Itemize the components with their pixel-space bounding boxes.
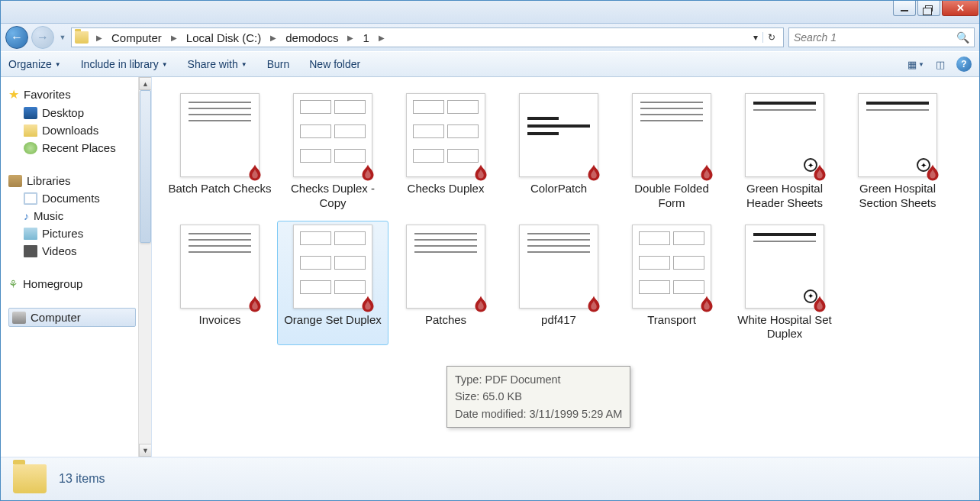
organize-menu[interactable]: Organize▼ xyxy=(8,58,61,70)
pdf-badge-icon xyxy=(811,163,829,182)
star-icon: ★ xyxy=(8,87,19,102)
breadcrumb-item[interactable]: Local Disk (C:) xyxy=(182,30,266,46)
chevron-right-icon[interactable]: ▶ xyxy=(168,34,180,42)
file-name-label: Orange Set Duplex xyxy=(284,313,382,328)
file-name-label: Green Hospital Header Sheets xyxy=(733,182,837,211)
address-bar-row: ← → ▼ ▶ Computer ▶ Local Disk (C:) ▶ dem… xyxy=(1,24,979,51)
nav-scrollbar[interactable]: ▲ ▼ xyxy=(138,77,151,457)
chevron-right-icon[interactable]: ▶ xyxy=(376,34,388,42)
nav-item-videos[interactable]: Videos xyxy=(8,242,151,260)
nav-item-desktop[interactable]: Desktop xyxy=(8,104,151,121)
chevron-right-icon[interactable]: ▶ xyxy=(267,34,279,42)
file-item[interactable]: Checks Duplex xyxy=(390,89,501,215)
pdf-badge-icon xyxy=(472,295,490,313)
file-item[interactable]: ColorPatch xyxy=(503,89,614,215)
pdf-badge-icon xyxy=(924,163,942,182)
command-bar: Organize▼ Include in library▼ Share with… xyxy=(1,51,979,77)
libraries-header[interactable]: Libraries xyxy=(8,172,151,189)
breadcrumb: ▶ Computer ▶ Local Disk (C:) ▶ demodocs … xyxy=(93,30,388,46)
file-name-label: ColorPatch xyxy=(530,182,587,196)
pdf-badge-icon xyxy=(472,163,490,182)
chevron-right-icon[interactable]: ▶ xyxy=(344,34,356,42)
file-item[interactable]: ✦White Hospital Set Duplex xyxy=(729,221,840,346)
file-name-label: White Hospital Set Duplex xyxy=(733,313,837,342)
burn-button[interactable]: Burn xyxy=(267,58,290,70)
file-name-label: Double Folded Form xyxy=(620,182,724,211)
file-item[interactable]: ✦Green Hospital Section Sheets xyxy=(842,89,953,215)
share-with-menu[interactable]: Share with▼ xyxy=(188,58,247,70)
nav-item-computer[interactable]: Computer xyxy=(8,308,136,327)
file-item[interactable]: Checks Duplex - Copy xyxy=(277,89,388,215)
file-item[interactable]: Invoices xyxy=(164,221,276,346)
desktop-icon xyxy=(24,107,37,119)
file-item[interactable]: pdf417 xyxy=(503,221,614,346)
file-item[interactable]: Double Folded Form xyxy=(616,89,727,215)
nav-history-dropdown[interactable]: ▼ xyxy=(57,26,68,49)
pdf-badge-icon xyxy=(811,295,829,313)
forward-button[interactable]: → xyxy=(31,26,54,49)
address-dropdown[interactable]: ▾ xyxy=(749,32,762,43)
pdf-badge-icon xyxy=(698,163,716,182)
nav-item-documents[interactable]: Documents xyxy=(8,189,151,207)
view-options-button[interactable]: ▦ ▼ xyxy=(907,56,924,73)
help-button[interactable]: ? xyxy=(956,57,972,72)
file-name-label: Invoices xyxy=(198,313,240,328)
back-button[interactable]: ← xyxy=(5,26,28,49)
file-item[interactable]: Batch Patch Checks xyxy=(164,89,276,215)
file-name-label: Green Hospital Section Sheets xyxy=(846,182,949,211)
file-name-label: pdf417 xyxy=(541,313,576,328)
file-name-label: Transport xyxy=(647,313,696,328)
maximize-button[interactable] xyxy=(917,1,940,16)
pdf-badge-icon xyxy=(246,163,264,182)
scroll-thumb[interactable] xyxy=(140,90,151,243)
preview-pane-button[interactable]: ◫ xyxy=(932,56,949,73)
search-icon[interactable]: 🔍 xyxy=(956,31,969,44)
nav-item-recent-places[interactable]: Recent Places xyxy=(8,139,151,157)
file-name-label: Batch Patch Checks xyxy=(168,182,271,196)
nav-item-pictures[interactable]: Pictures xyxy=(8,225,151,242)
explorer-window: ✕ ← → ▼ ▶ Computer ▶ Local Disk (C:) ▶ d… xyxy=(0,0,980,501)
pdf-badge-icon xyxy=(585,163,603,182)
include-in-library-menu[interactable]: Include in library▼ xyxy=(81,58,168,70)
breadcrumb-item[interactable]: Computer xyxy=(107,30,166,46)
breadcrumb-item[interactable]: 1 xyxy=(358,30,373,46)
homegroup-header[interactable]: ⚘Homegroup xyxy=(8,275,151,293)
pdf-badge-icon xyxy=(585,295,603,313)
refresh-button[interactable]: ↻ xyxy=(762,32,780,43)
file-name-label: Checks Duplex - Copy xyxy=(281,182,385,211)
computer-icon xyxy=(12,312,26,324)
new-folder-button[interactable]: New folder xyxy=(309,58,360,70)
file-list-pane[interactable]: Batch Patch ChecksChecks Duplex - CopyCh… xyxy=(152,77,979,457)
search-input[interactable] xyxy=(794,31,956,44)
documents-icon xyxy=(24,192,37,205)
favorites-header[interactable]: ★Favorites xyxy=(8,85,151,104)
navigation-pane: ★Favorites Desktop Downloads Recent Plac… xyxy=(1,77,152,457)
file-item[interactable]: Orange Set Duplex xyxy=(277,221,388,346)
search-box[interactable]: 🔍 xyxy=(788,27,975,47)
chevron-right-icon[interactable]: ▶ xyxy=(93,34,105,42)
homegroup-icon: ⚘ xyxy=(8,278,18,290)
address-bar[interactable]: ▶ Computer ▶ Local Disk (C:) ▶ demodocs … xyxy=(71,27,784,47)
file-item[interactable]: ✦Green Hospital Header Sheets xyxy=(729,89,840,215)
file-item[interactable]: Transport xyxy=(616,221,727,346)
nav-item-downloads[interactable]: Downloads xyxy=(8,121,151,139)
minimize-button[interactable] xyxy=(893,1,916,16)
titlebar: ✕ xyxy=(1,1,979,24)
pictures-icon xyxy=(24,228,37,240)
scroll-down-icon[interactable]: ▼ xyxy=(139,444,152,457)
videos-icon xyxy=(24,245,37,257)
music-icon: ♪ xyxy=(24,210,29,222)
nav-item-music[interactable]: ♪Music xyxy=(8,207,151,225)
pdf-badge-icon xyxy=(246,295,264,313)
file-name-label: Patches xyxy=(425,313,466,328)
pdf-badge-icon xyxy=(359,295,377,313)
breadcrumb-item[interactable]: demodocs xyxy=(281,30,343,46)
downloads-icon xyxy=(24,124,37,137)
libraries-icon xyxy=(8,175,22,187)
file-item[interactable]: Patches xyxy=(390,221,501,346)
folder-icon xyxy=(75,31,89,44)
file-tooltip: Type: PDF Document Size: 65.0 KB Date mo… xyxy=(446,366,630,428)
status-bar: 13 items xyxy=(1,457,979,500)
close-button[interactable]: ✕ xyxy=(942,1,978,16)
scroll-up-icon[interactable]: ▲ xyxy=(139,77,152,90)
